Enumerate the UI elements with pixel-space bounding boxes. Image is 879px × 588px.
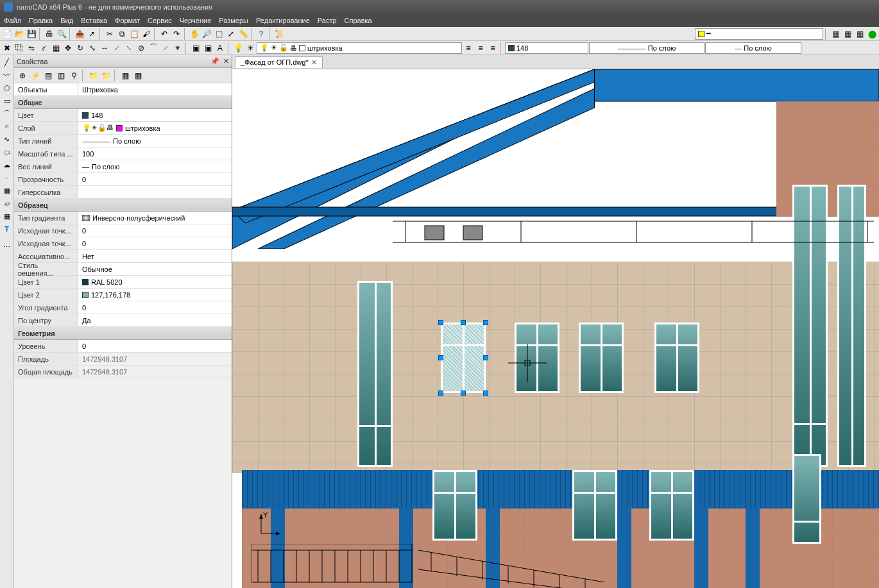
group-pattern[interactable]: Образец: [14, 199, 232, 212]
move-icon[interactable]: ✥: [62, 42, 74, 54]
block-icon[interactable]: ▣: [190, 42, 201, 54]
break-icon[interactable]: ⊘: [135, 42, 147, 54]
attdef-icon[interactable]: A: [214, 42, 226, 54]
prop-gradtype-value[interactable]: Инверсно-полусферический: [78, 212, 232, 224]
prop-lweight-value[interactable]: — По слою: [78, 160, 232, 172]
trim-icon[interactable]: ⟋: [111, 42, 123, 54]
extend-icon[interactable]: ⟍: [123, 42, 135, 54]
prop-orig1-value[interactable]: 0: [78, 224, 232, 237]
menu-help[interactable]: Справка: [345, 17, 372, 24]
menu-insert[interactable]: Вставка: [81, 17, 107, 24]
fillet-icon[interactable]: ⌒: [148, 42, 159, 54]
match-icon[interactable]: 🖌: [141, 28, 152, 40]
menu-tools[interactable]: Сервис: [148, 17, 172, 24]
prop-lscale-value[interactable]: 100: [78, 147, 232, 160]
group-geometry[interactable]: Геометрия: [14, 327, 232, 340]
menu-draw[interactable]: Черчение: [180, 17, 212, 24]
explode-icon[interactable]: ✴: [172, 42, 183, 54]
rect-icon[interactable]: ▭: [1, 95, 13, 106]
layer-combo[interactable]: 💡☀🔓🖶 штриховка: [257, 42, 462, 54]
close-panel-icon[interactable]: ✕: [223, 57, 229, 65]
grip-bl[interactable]: [438, 391, 443, 396]
laytool1-icon[interactable]: ≡: [463, 42, 474, 54]
publish-icon[interactable]: 📤: [74, 28, 85, 40]
open-icon[interactable]: 📂: [13, 28, 25, 40]
more-icon[interactable]: ⋯: [1, 241, 13, 253]
array-icon[interactable]: ▦: [50, 42, 62, 54]
prop-layer-value[interactable]: 💡☀🔓🖶штриховка: [78, 122, 232, 134]
objects-value[interactable]: Штриховка: [78, 83, 232, 96]
document-tab[interactable]: _Фасад от ОГП.dwg* ✕: [235, 56, 323, 68]
zoom-win-icon[interactable]: ⬚: [213, 28, 225, 40]
region-icon[interactable]: ▱: [1, 197, 13, 209]
zoom-rt-icon[interactable]: 🔎: [201, 28, 212, 40]
quick-icon[interactable]: ⚡: [30, 70, 41, 81]
mirror-icon[interactable]: ⇋: [26, 42, 37, 54]
pb-icon[interactable]: 📁: [100, 70, 112, 81]
zoom-ext-icon[interactable]: ⤢: [225, 28, 237, 40]
export-icon[interactable]: ↗: [86, 28, 98, 40]
pd-icon[interactable]: ▦: [132, 70, 144, 81]
layeroff-icon[interactable]: ☀: [244, 42, 256, 54]
pc-icon[interactable]: ▦: [119, 70, 131, 81]
undo-icon[interactable]: ↶: [158, 28, 170, 40]
grip-ml[interactable]: [438, 355, 443, 360]
prop-centered-value[interactable]: Да: [78, 314, 232, 326]
list2-icon[interactable]: ▥: [55, 70, 67, 81]
grip-tl[interactable]: [438, 320, 443, 325]
copy2-icon[interactable]: ⿻: [13, 42, 25, 54]
lweight-combo[interactable]: — По слою: [705, 42, 801, 54]
grip-bm[interactable]: [461, 391, 466, 396]
layerprop-icon[interactable]: 💡: [232, 42, 244, 54]
polygon-icon[interactable]: ⬠: [1, 82, 13, 94]
ltype-combo[interactable]: ———— По слою: [589, 42, 704, 54]
rotate-icon[interactable]: ↻: [74, 42, 86, 54]
pick-icon[interactable]: ⊕: [17, 70, 28, 81]
prop-assoc-value[interactable]: Нет: [78, 250, 232, 262]
redo-icon[interactable]: ↷: [171, 28, 182, 40]
point-icon[interactable]: ·: [1, 172, 13, 183]
block2-icon[interactable]: ▣: [202, 42, 214, 54]
prop-transp-value[interactable]: 0: [78, 173, 232, 185]
mtext-icon[interactable]: T: [1, 223, 13, 235]
prop-gradang-value[interactable]: 0: [78, 301, 232, 314]
print-icon[interactable]: 🖶: [44, 28, 55, 40]
arc-icon[interactable]: ⌒: [1, 108, 13, 119]
prop-elev-value[interactable]: 0: [78, 340, 232, 352]
color-combo-top[interactable]: ━: [695, 28, 823, 40]
copy-icon[interactable]: ⧉: [116, 28, 128, 40]
menu-dim[interactable]: Размеры: [219, 17, 248, 24]
prop-color-value[interactable]: 148: [78, 109, 232, 121]
ellipse-icon[interactable]: ⬭: [1, 146, 13, 158]
stretch-icon[interactable]: ↔: [99, 42, 110, 54]
paste-icon[interactable]: 📋: [128, 28, 140, 40]
list1-icon[interactable]: ▤: [42, 70, 54, 81]
pa-icon[interactable]: 📁: [87, 70, 99, 81]
spline-icon[interactable]: ∿: [1, 133, 13, 145]
layer-icon-d[interactable]: ⬤: [866, 28, 878, 40]
layer-icon-b[interactable]: ▦: [842, 28, 853, 40]
drawing-viewport[interactable]: Y: [232, 69, 879, 588]
cloud-icon[interactable]: ☁: [1, 159, 13, 171]
layer-icon-a[interactable]: ▦: [830, 28, 841, 40]
menu-edit[interactable]: Правка: [29, 17, 53, 24]
prop-island-value[interactable]: Обычное: [78, 263, 232, 275]
prop-orig2-value[interactable]: 0: [78, 237, 232, 249]
menu-view[interactable]: Вид: [60, 17, 73, 24]
new-icon[interactable]: 📄: [1, 28, 13, 40]
menu-modify[interactable]: Редактирование: [256, 17, 310, 24]
prop-color1-value[interactable]: RAL 5020: [78, 276, 232, 288]
preview-icon[interactable]: 🔍: [56, 28, 67, 40]
laytool2-icon[interactable]: ≡: [475, 42, 486, 54]
measure-icon[interactable]: 📏: [237, 28, 249, 40]
color-combo[interactable]: 148: [505, 42, 588, 54]
grip-tm[interactable]: [461, 320, 466, 325]
chamfer-icon[interactable]: ⟋: [160, 42, 171, 54]
erase-icon[interactable]: ✖: [1, 42, 13, 54]
help-icon[interactable]: ?: [255, 28, 267, 40]
pline-icon[interactable]: 〰: [1, 69, 13, 81]
close-tab-icon[interactable]: ✕: [311, 58, 317, 67]
menu-file[interactable]: Файл: [4, 17, 21, 24]
hatch-icon[interactable]: ▦: [1, 185, 13, 196]
wand-icon[interactable]: ⚲: [68, 70, 80, 81]
